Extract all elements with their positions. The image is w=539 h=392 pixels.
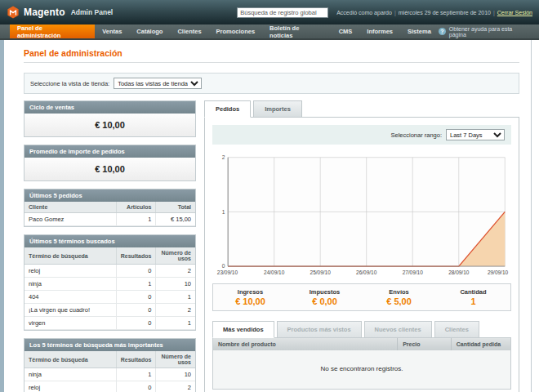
tab-importes[interactable]: Importes: [253, 100, 302, 118]
orders-area-chart: 01223/09/1024/09/1025/09/1026/09/1027/09…: [212, 145, 511, 280]
nav-item-promociones[interactable]: Promociones: [209, 24, 263, 38]
table-cell: 1: [156, 317, 195, 330]
svg-text:23/09/10: 23/09/10: [217, 270, 238, 275]
svg-text:1: 1: [222, 209, 225, 215]
tab-nuevos-clientes[interactable]: Nuevos clientes: [364, 321, 432, 338]
range-label: Seleccionar rango:: [390, 131, 442, 139]
table-cell: ¡La virgen que cuadro!: [24, 304, 116, 317]
help-label: Obtener ayuda para esta página: [449, 26, 531, 38]
sales-cycle-value: € 10,00: [24, 114, 195, 136]
store-view-label: Seleccione la vista de tienda:: [30, 80, 109, 87]
nav-item-sistema[interactable]: Sistema: [400, 24, 439, 38]
logged-in-as: Accedió como apardo: [336, 10, 392, 16]
tab-mas-vendidos[interactable]: Más vendidos: [212, 321, 274, 338]
table-cell: € 15,00: [156, 213, 195, 226]
content-shell: Panel de administración Seleccione la vi…: [0, 40, 532, 392]
stat-cantidad: Cantidad 1: [436, 288, 510, 306]
table-row: ¡La virgen que cuadro!02: [24, 304, 195, 317]
session-info: Accedió como apardo|miércoles 29 de sept…: [336, 10, 532, 16]
table-cell: 0: [116, 381, 156, 392]
global-search-input[interactable]: [237, 7, 328, 18]
magento-logo-icon: [7, 6, 20, 19]
store-view-switcher: Seleccione la vista de tienda: Todas las…: [24, 73, 519, 94]
table-cell: 1: [116, 278, 156, 291]
stat-value: 1: [436, 296, 510, 306]
table-row: Paco Gomez1€ 15,00: [24, 213, 195, 226]
column-header: Término de búsqueda: [24, 247, 116, 265]
last-orders-widget: Últimos 5 pedidos Cliente Artículos Tota…: [24, 189, 196, 227]
stat-label: Cantidad: [436, 288, 510, 296]
table-row: ninja110: [24, 368, 195, 381]
svg-text:0: 0: [222, 263, 225, 269]
products-table: Nombre del producto Precio Cantidad pedi…: [213, 338, 510, 389]
table-cell: virgen: [24, 317, 116, 330]
nav-item-dashboard[interactable]: Panel de administración: [10, 24, 95, 38]
nav-item-informes[interactable]: Informes: [359, 24, 400, 38]
range-select[interactable]: Last 7 Days: [446, 129, 505, 140]
top-terms-table: Término de búsqueda Resultados Número de…: [24, 351, 195, 392]
help-icon: ?: [439, 28, 446, 35]
stat-ingresos: Ingresos € 10,00: [213, 288, 287, 306]
avg-order-widget: Promedio de importe de pedidos € 10,00: [24, 145, 196, 181]
current-date: miércoles 29 de septiembre de 2010: [399, 10, 491, 16]
products-table-box: Nombre del producto Precio Cantidad pedi…: [212, 337, 511, 390]
table-cell: 0: [116, 317, 156, 330]
table-row: reloj02: [24, 265, 195, 278]
store-view-select[interactable]: Todas las vistas de tienda: [114, 78, 202, 89]
svg-text:25/09/10: 25/09/10: [310, 270, 332, 275]
table-cell: 1: [116, 368, 156, 381]
nav-item-boletin[interactable]: Boletín de noticias: [262, 24, 332, 38]
column-header: Término de búsqueda: [24, 351, 116, 368]
stat-value: € 10,00: [213, 296, 287, 306]
last-terms-title: Últimos 5 términos buscados: [24, 235, 195, 247]
column-header: Cliente: [24, 202, 117, 213]
chart-panel: Seleccionar rango: Last 7 Days 01223/09/…: [204, 117, 519, 392]
top-terms-title: Los 5 términos de búsqueda más important…: [24, 339, 195, 351]
nav-item-cms[interactable]: CMS: [332, 24, 360, 38]
table-row: 40401: [24, 291, 195, 304]
table-cell: reloj: [24, 265, 116, 278]
table-cell: 10: [156, 368, 195, 381]
nav-item-catalogo[interactable]: Catálogo: [129, 24, 170, 38]
title-divider: [24, 62, 519, 63]
tab-productos-mas-vistos[interactable]: Productos más vistos: [277, 321, 362, 338]
column-header: Total: [156, 202, 195, 213]
column-header: Cantidad pedida: [451, 338, 510, 350]
dashboard-left-column: Ciclo de ventas € 10,00 Promedio de impo…: [24, 100, 196, 392]
tab-clientes[interactable]: Clientes: [434, 321, 479, 338]
column-header: Artículos: [117, 202, 156, 213]
table-cell: 404: [24, 291, 116, 304]
svg-text:27/09/10: 27/09/10: [403, 270, 424, 275]
table-row: reloj02: [24, 381, 195, 392]
table-cell: 0: [116, 291, 156, 304]
table-cell: Paco Gomez: [24, 213, 117, 226]
column-header: Número de usos: [156, 351, 195, 368]
stat-value: € 5,00: [362, 296, 436, 306]
dashboard-right-column: Pedidos Importes Seleccionar rango: Last…: [204, 100, 519, 392]
table-cell: 2: [156, 265, 195, 278]
avg-order-value: € 10,00: [24, 158, 195, 180]
stat-label: Impuestos: [287, 288, 362, 296]
table-row: virgen01: [24, 317, 195, 330]
table-cell: 10: [156, 278, 195, 291]
empty-message: No se encontraron registros.: [213, 350, 510, 389]
sales-cycle-title: Ciclo de ventas: [24, 101, 195, 114]
svg-text:29/09/10: 29/09/10: [488, 270, 509, 275]
svg-text:2: 2: [222, 154, 225, 160]
column-header: Resultados: [116, 247, 156, 265]
sales-cycle-widget: Ciclo de ventas € 10,00: [24, 100, 196, 137]
nav-item-ventas[interactable]: Ventas: [95, 24, 129, 38]
main-nav: Panel de administración Ventas Catálogo …: [0, 24, 539, 40]
logout-link[interactable]: Cerrar Sesión: [497, 10, 532, 16]
nav-item-clientes[interactable]: Clientes: [170, 24, 208, 38]
top-terms-widget: Los 5 términos de búsqueda más important…: [24, 338, 196, 392]
stat-impuestos: Impuestos € 0,00: [287, 288, 362, 306]
magento-logo: Magento Admin Panel: [7, 6, 113, 19]
table-cell: 2: [156, 304, 195, 317]
column-header: Precio: [398, 338, 452, 350]
column-header: Nombre del producto: [213, 338, 398, 350]
tab-pedidos[interactable]: Pedidos: [204, 100, 251, 118]
help-link[interactable]: ? Obtener ayuda para esta página: [439, 24, 539, 38]
stat-label: Envíos: [362, 288, 436, 296]
svg-text:24/09/10: 24/09/10: [264, 270, 285, 275]
